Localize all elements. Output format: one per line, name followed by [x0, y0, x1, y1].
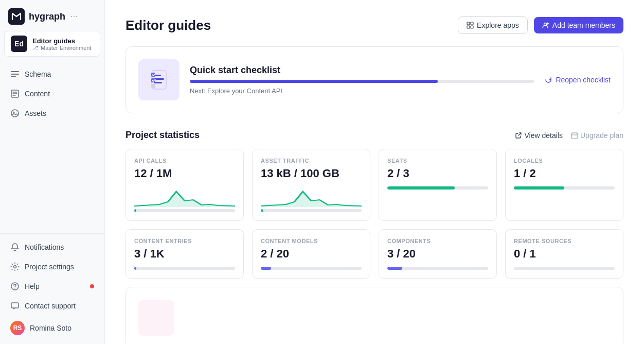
explore-apps-button[interactable]: Explore apps: [458, 16, 528, 34]
checklist-title: Quick start checklist: [190, 65, 534, 76]
svg-rect-24: [571, 133, 578, 139]
stat-label-asset-traffic: ASSET TRAFFIC: [261, 158, 362, 164]
logo-area[interactable]: hygraph ···: [0, 0, 104, 31]
stat-bar-fill-content-entries: [134, 267, 136, 270]
hygraph-logo-icon: [8, 8, 25, 25]
schema-icon: [10, 70, 20, 79]
stat-card-content-models: CONTENT MODELS 2 / 20: [252, 229, 370, 279]
stat-label-content-models: CONTENT MODELS: [261, 238, 362, 244]
svg-rect-13: [467, 26, 470, 28]
logo-menu-icon[interactable]: ···: [70, 12, 77, 21]
svg-point-7: [14, 266, 16, 268]
bottom-card-icon: [138, 300, 174, 336]
contact-support-label: Contact support: [25, 302, 76, 310]
reopen-checklist-button[interactable]: Reopen checklist: [544, 76, 611, 84]
project-env: ⎇ Master Environment: [32, 45, 91, 51]
sidebar-bottom: Notifications Project settings Help: [0, 233, 104, 344]
view-details-link[interactable]: View details: [515, 131, 562, 140]
sparkline-chart: [134, 186, 235, 207]
calendar-icon: [571, 132, 578, 139]
stat-card-components: COMPONENTS 3 / 20: [379, 229, 497, 279]
checklist-icon: [147, 67, 171, 92]
stat-label-api-calls: API CALLS: [134, 158, 235, 164]
assets-icon: [10, 109, 20, 118]
stat-label-components: COMPONENTS: [387, 238, 488, 244]
stats-grid-row1: API CALLS 12 / 1M ASSET TRAFFIC 13 kB / …: [126, 149, 623, 221]
notifications-label: Notifications: [25, 243, 64, 251]
svg-rect-19: [154, 82, 162, 83]
page-header: Editor guides Explore apps Add team memb…: [126, 16, 623, 34]
stat-value-components: 3 / 20: [387, 247, 488, 261]
svg-rect-23: [151, 84, 155, 88]
checklist-progress-track: [190, 80, 534, 83]
stat-value-seats: 2 / 3: [387, 167, 488, 180]
stat-bar-track-remote-sources: [514, 267, 615, 270]
sidebar-item-contact-support[interactable]: Contact support: [4, 297, 100, 315]
stat-bar-track-content-models: [261, 267, 362, 270]
user-avatar: RS: [10, 321, 25, 335]
page-title: Editor guides: [126, 18, 211, 33]
sidebar-item-notifications[interactable]: Notifications: [4, 238, 100, 256]
sparkline-area: [134, 186, 235, 207]
stat-bar-fill-components: [387, 267, 402, 270]
svg-point-6: [13, 112, 15, 113]
sparkline-chart: [261, 186, 362, 207]
help-icon: [10, 282, 20, 291]
main-content: Editor guides Explore apps Add team memb…: [105, 0, 644, 344]
stat-card-asset-traffic: ASSET TRAFFIC 13 kB / 100 GB: [252, 149, 370, 221]
svg-rect-2: [11, 74, 19, 75]
header-actions: Explore apps Add team members: [458, 16, 623, 34]
schema-label: Schema: [25, 70, 51, 78]
stat-bar-track-components: [387, 267, 488, 270]
main-nav: Schema Content Assets: [0, 61, 104, 233]
add-team-members-button[interactable]: Add team members: [534, 17, 623, 33]
sidebar-item-content[interactable]: Content: [4, 84, 100, 103]
content-icon: [10, 89, 20, 98]
sidebar-item-schema[interactable]: Schema: [4, 65, 100, 83]
stat-value-remote-sources: 0 / 1: [514, 247, 615, 261]
stat-card-content-entries: CONTENT ENTRIES 3 / 1K: [126, 229, 244, 279]
sidebar: hygraph ··· Ed Editor guides ⎇ Master En…: [0, 0, 105, 344]
user-profile[interactable]: RS Romina Soto: [4, 316, 100, 340]
content-label: Content: [25, 90, 50, 98]
help-label: Help: [25, 282, 40, 290]
upgrade-plan-link[interactable]: Upgrade plan: [571, 131, 623, 140]
bottom-card: [126, 287, 623, 344]
stat-bar-fill-locales: [514, 186, 564, 190]
stat-value-asset-traffic: 13 kB / 100 GB: [261, 167, 362, 180]
branch-icon: ⎇: [32, 45, 39, 50]
stat-bar-track-api-calls: [134, 209, 235, 212]
external-link-icon: [515, 132, 522, 139]
checklist-next-label: Next: Explore your Content API: [190, 87, 534, 95]
stat-value-api-calls: 12 / 1M: [134, 167, 235, 180]
svg-rect-11: [467, 22, 470, 25]
checklist-card: Quick start checklist Next: Explore your…: [126, 46, 623, 113]
stat-bar-fill-seats: [387, 186, 455, 190]
stat-bar-track-seats: [387, 186, 488, 190]
add-user-icon: [542, 22, 549, 29]
user-name: Romina Soto: [30, 324, 71, 332]
stats-grid-row2: CONTENT ENTRIES 3 / 1K CONTENT MODELS 2 …: [126, 229, 623, 279]
checklist-icon-box: [138, 59, 180, 100]
help-notification-dot: [90, 284, 94, 288]
project-avatar: Ed: [11, 36, 27, 52]
logo-text: hygraph: [29, 11, 65, 22]
stat-value-content-models: 2 / 20: [261, 247, 362, 261]
sidebar-item-project-settings[interactable]: Project settings: [4, 257, 100, 276]
stat-card-seats: SEATS 2 / 3: [379, 149, 497, 221]
stat-label-remote-sources: REMOTE SOURCES: [514, 238, 615, 244]
svg-rect-3: [11, 76, 16, 77]
sidebar-item-assets[interactable]: Assets: [4, 104, 100, 123]
svg-rect-1: [11, 71, 19, 72]
sidebar-item-help[interactable]: Help: [4, 277, 100, 296]
svg-rect-12: [471, 22, 473, 25]
project-selector[interactable]: Ed Editor guides ⎇ Master Environment: [4, 31, 100, 57]
sparkline-area: [261, 186, 362, 207]
project-settings-label: Project settings: [25, 263, 74, 271]
stat-value-locales: 1 / 2: [514, 167, 615, 180]
stat-bar-track-locales: [514, 186, 615, 190]
stat-label-seats: SEATS: [387, 158, 488, 164]
project-name: Editor guides: [32, 37, 91, 45]
stat-card-api-calls: API CALLS 12 / 1M: [126, 149, 244, 221]
notifications-icon: [10, 243, 20, 252]
